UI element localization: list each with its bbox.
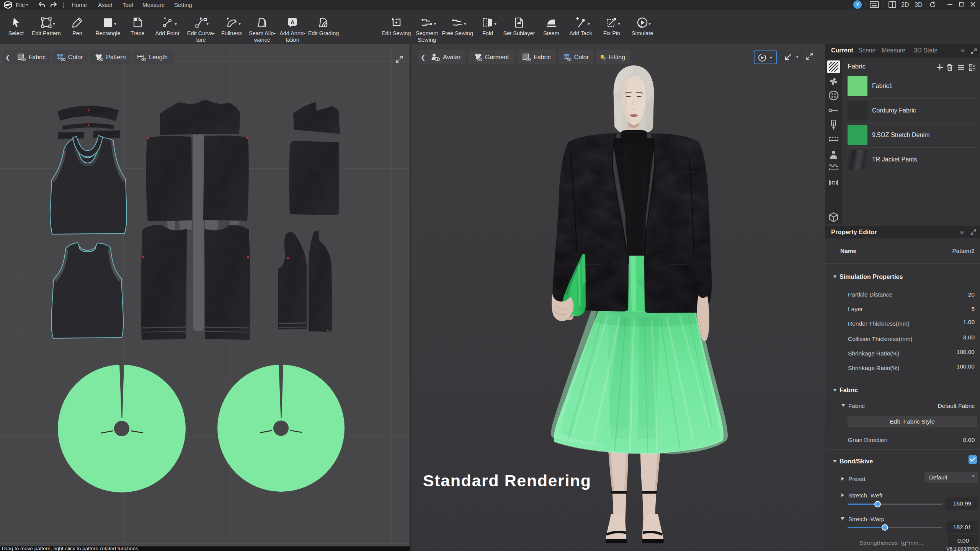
svg-text:A: A <box>291 19 294 25</box>
